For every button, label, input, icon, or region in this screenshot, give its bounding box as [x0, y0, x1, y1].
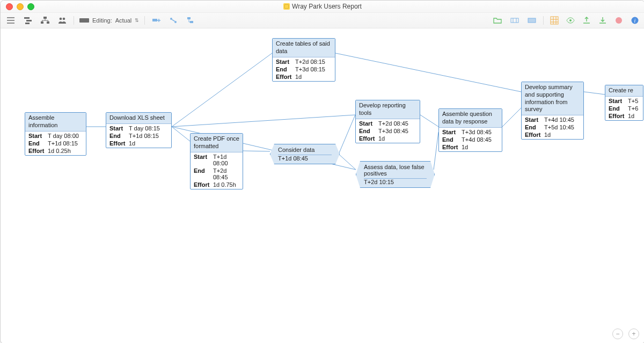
resources-icon — [58, 17, 67, 24]
progress-bar-icon — [79, 18, 89, 23]
task-node-create-pdf[interactable]: Create PDF once formatted StartT+1d 08:0… — [190, 133, 243, 189]
window-controls — [6, 3, 34, 10]
svg-line-22 — [172, 53, 272, 127]
value-start: T+4d 10:45 — [544, 116, 574, 123]
svg-line-23 — [172, 127, 190, 141]
label-end: End — [194, 167, 212, 180]
svg-line-26 — [335, 53, 521, 92]
label-end: End — [109, 133, 128, 139]
editing-mode-selector[interactable]: Editing: Actual ⇅ — [79, 17, 139, 24]
task-title: Create re — [605, 85, 643, 97]
grid-icon — [550, 16, 559, 25]
svg-rect-13 — [511, 18, 518, 23]
label-start: Start — [109, 125, 128, 132]
window-title-text: Wray Park Users Report — [292, 3, 362, 10]
task-node-assemble-question[interactable]: Assemble question data by response Start… — [438, 108, 502, 152]
label-start: Start — [359, 120, 377, 127]
network-diagram-canvas[interactable]: Assemble information StartT day 08:00 En… — [1, 27, 644, 343]
collapse-button[interactable] — [509, 16, 521, 25]
toolbar-separator — [74, 16, 74, 25]
grid-button[interactable] — [549, 16, 560, 25]
resources-button[interactable] — [56, 16, 68, 25]
import-icon — [582, 16, 591, 25]
task-fields: StartT day 08:15 EndT+1d 08:15 Effort1d — [106, 124, 171, 148]
svg-line-27 — [243, 151, 270, 151]
value-end: T+3d 08:15 — [295, 66, 325, 72]
milestone-consider-data[interactable]: Consider data T+1d 08:45 — [270, 144, 340, 164]
wbs-view-icon — [41, 17, 49, 24]
folder-button[interactable] — [492, 16, 503, 25]
indent-button[interactable] — [185, 16, 196, 25]
info-icon: i — [631, 16, 639, 25]
task-node-develop-tools[interactable]: Develop reporting tools StartT+2d 08:45 … — [355, 100, 420, 143]
stop-button[interactable] — [613, 16, 624, 25]
outline-view-button[interactable] — [5, 16, 17, 25]
close-window-button[interactable] — [6, 3, 13, 10]
svg-line-33 — [584, 92, 605, 94]
svg-point-18 — [616, 17, 622, 24]
zoom-in-button[interactable]: + — [628, 329, 639, 339]
task-fields: StartT+2d 08:15 EndT+3d 08:15 Effort1d — [273, 57, 335, 81]
svg-text:i: i — [634, 18, 636, 24]
svg-line-31 — [434, 132, 438, 170]
svg-line-24 — [172, 115, 355, 127]
task-node-download-xls[interactable]: Download XLS sheet StartT day 08:15 EndT… — [106, 112, 172, 148]
label-effort: Effort — [109, 140, 128, 147]
milestone-assess-data[interactable]: Assess data, lose false positives T+2d 1… — [356, 161, 435, 188]
svg-rect-16 — [551, 17, 558, 24]
label-end: End — [359, 128, 377, 134]
label-start: Start — [525, 116, 543, 123]
export-button[interactable] — [597, 16, 608, 25]
editing-value: Actual — [115, 17, 132, 24]
task-title: Develop reporting tools — [356, 100, 420, 119]
task-node-develop-summary[interactable]: Develop summary and supporting informati… — [521, 82, 584, 140]
task-node-create-re[interactable]: Create re StartT+5 EndT+6 Effort1d — [605, 85, 643, 121]
task-title: Assemble question data by response — [439, 109, 502, 128]
info-button[interactable]: i — [630, 16, 640, 25]
import-button[interactable] — [581, 16, 592, 25]
document-icon — [283, 3, 290, 10]
milestone-date: T+2d 10:15 — [364, 178, 427, 186]
label-end: End — [28, 140, 47, 147]
minimize-window-button[interactable] — [17, 3, 24, 10]
milestone-title: Assess data, lose false positives — [364, 163, 427, 177]
value-start: T+2d 08:15 — [295, 59, 325, 65]
task-fields: StartT day 08:00 EndT+1d 08:15 Effort1d … — [25, 132, 86, 155]
zoom-window-button[interactable] — [27, 3, 34, 10]
svg-point-7 — [63, 18, 65, 20]
expand-button[interactable] — [526, 16, 538, 25]
app-window: Wray Park Users Report Editing: Actual ⇅ — [0, 0, 644, 343]
add-task-button[interactable] — [150, 16, 162, 25]
label-start: Start — [609, 98, 627, 104]
stop-icon — [614, 16, 623, 25]
label-effort: Effort — [276, 74, 294, 80]
label-effort: Effort — [525, 132, 543, 138]
link-tasks-button[interactable] — [167, 16, 179, 25]
outline-view-icon — [6, 17, 15, 24]
task-node-create-tables[interactable]: Create tables of said data StartT+2d 08:… — [272, 38, 335, 82]
visibility-button[interactable] — [565, 16, 576, 25]
value-end: T+5d 10:45 — [544, 124, 574, 130]
label-end: End — [609, 105, 627, 112]
svg-rect-2 — [25, 23, 30, 24]
value-effort: 1d 0.75h — [213, 181, 236, 188]
titlebar: Wray Park Users Report — [1, 1, 644, 13]
task-title: Create tables of said data — [273, 39, 335, 57]
svg-rect-1 — [26, 20, 32, 21]
svg-rect-0 — [24, 17, 30, 19]
value-start: T day 08:00 — [48, 133, 79, 139]
zoom-out-button[interactable]: − — [612, 329, 623, 339]
task-title: Assemble information — [25, 113, 86, 132]
svg-rect-14 — [528, 18, 536, 23]
task-node-assemble-information[interactable]: Assemble information StartT day 08:00 En… — [25, 112, 86, 156]
task-fields: StartT+1d 08:00 EndT+2d 08:45 Effort1d 0… — [191, 152, 243, 189]
svg-rect-5 — [47, 21, 49, 24]
label-start: Start — [442, 129, 460, 135]
label-end: End — [276, 66, 294, 72]
link-tasks-icon — [169, 17, 178, 24]
gantt-view-button[interactable] — [22, 16, 34, 25]
wbs-view-button[interactable] — [39, 16, 51, 25]
window-title: Wray Park Users Report — [283, 3, 362, 10]
value-effort: 1d — [295, 74, 302, 80]
chevron-updown-icon: ⇅ — [135, 18, 139, 23]
